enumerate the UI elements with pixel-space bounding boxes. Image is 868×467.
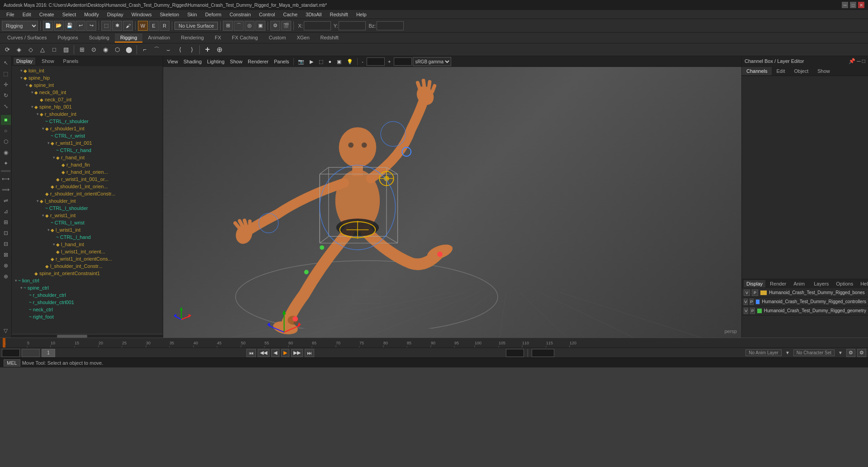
anim-layers-tab[interactable]: Anim xyxy=(791,280,807,287)
tab-rigging[interactable]: Rigging xyxy=(115,33,142,43)
tree-item-25[interactable]: ◆l_wrist1_int_orient... xyxy=(12,248,163,255)
tree-item-4[interactable]: ◆neck_07_int xyxy=(12,96,163,103)
sidebar-tool-14[interactable]: ⊞ xyxy=(1,217,11,227)
vp-view-menu[interactable]: View xyxy=(165,57,180,66)
extra-tool[interactable]: ⊕ xyxy=(214,45,225,55)
tree-item-31[interactable]: ~r_shoulder_ctrl xyxy=(12,291,163,299)
poly-display-button[interactable]: ⬡ xyxy=(112,45,123,55)
curve-tool-5[interactable]: ⟩ xyxy=(186,45,197,55)
show-tab[interactable]: Show xyxy=(39,57,57,65)
tree-item-18[interactable]: ▾◆l_shoulder_int xyxy=(12,197,163,205)
menu-deform[interactable]: Deform xyxy=(202,11,225,18)
tree-item-30[interactable]: ▾~spine_ctrl xyxy=(12,284,163,291)
vp-exposure-plus[interactable]: + xyxy=(386,57,393,66)
tree-item-27[interactable]: ◆l_shoulder_int_Constr... xyxy=(12,262,163,270)
no-live-surface-button[interactable]: No Live Surface xyxy=(175,22,218,30)
tree-item-3[interactable]: ▾◆neck_08_int xyxy=(12,89,163,96)
menu-help[interactable]: Help xyxy=(353,11,370,18)
sidebar-arrow-tool[interactable]: ↖ xyxy=(1,58,11,68)
sidebar-tool-bottom[interactable]: ▽ xyxy=(1,326,11,336)
sidebar-tool-12[interactable]: ⇌ xyxy=(1,195,11,205)
viewport-canvas[interactable]: persp xyxy=(163,67,741,338)
tree-item-5[interactable]: ▾◆spine_hlp_001 xyxy=(12,103,163,110)
lasso-tool-button[interactable]: ✱ xyxy=(112,21,122,31)
tab-fx[interactable]: FX xyxy=(209,33,226,43)
sidebar-tool-5[interactable]: ■ xyxy=(1,115,11,125)
vp-renderer-menu[interactable]: Renderer xyxy=(245,57,271,66)
vertex-select-button[interactable]: ◇ xyxy=(25,45,36,55)
menu-file[interactable]: File xyxy=(3,11,18,18)
start-frame-input[interactable]: 1 xyxy=(2,349,20,357)
snap-surface-button[interactable]: ▣ xyxy=(255,21,265,31)
tree-item-14[interactable]: ◆r_hand_int_orien... xyxy=(12,168,163,176)
tree-item-20[interactable]: ▾◆r_wrist1_int xyxy=(12,212,163,219)
layer-name-geometry[interactable]: Humanoid_Crash_Test_Dummy_Rigged_geometr… xyxy=(764,308,866,313)
menu-constrain[interactable]: Constrain xyxy=(226,11,255,18)
vp-show-menu[interactable]: Show xyxy=(228,57,245,66)
tab-sculpting[interactable]: Sculpting xyxy=(84,33,115,43)
tree-item-16[interactable]: ◆r_shoulder1_int_orien... xyxy=(12,183,163,190)
maximize-button[interactable]: □ xyxy=(850,2,856,8)
current-frame-input[interactable]: 1 xyxy=(22,349,40,357)
range-end-input[interactable] xyxy=(532,349,554,357)
sidebar-tool-16[interactable]: ⊟ xyxy=(1,239,11,249)
layer-v-geometry[interactable]: V xyxy=(744,308,748,314)
rotate-tool-button[interactable]: E xyxy=(149,21,159,31)
vp-shading-menu[interactable]: Shading xyxy=(181,57,204,66)
tab-xgen[interactable]: XGen xyxy=(291,33,315,43)
panels-tab[interactable]: Panels xyxy=(61,57,81,65)
layers-option-tab[interactable]: Layers xyxy=(811,280,831,287)
y-coord-input[interactable] xyxy=(339,21,366,30)
tree-item-7[interactable]: ~CTRL_r_shoulder xyxy=(12,118,163,125)
edit-tab[interactable]: Edit xyxy=(772,67,789,75)
channel-box-pin-button[interactable]: 📌 xyxy=(849,58,855,64)
tree-item-32[interactable]: ~r_shoulder_ctrl001 xyxy=(12,299,163,306)
open-button[interactable]: 📂 xyxy=(54,21,64,31)
layer-name-controllers[interactable]: Humanoid_Crash_Test_Dummy_Rigged_control… xyxy=(762,299,866,304)
play-forward-button[interactable]: ▶ xyxy=(281,349,289,357)
vp-icon-wireframe[interactable]: ⬚ xyxy=(316,57,326,66)
vp-exposure-value[interactable]: 0.00 xyxy=(367,57,385,66)
tree-item-26[interactable]: ◆r_wrist1_int_orientCons... xyxy=(12,255,163,262)
vp-gamma-value[interactable]: 1.00 xyxy=(394,57,412,66)
tree-item-34[interactable]: ~right_foot xyxy=(12,313,163,320)
tab-rendering[interactable]: Rendering xyxy=(175,33,209,43)
menu-select[interactable]: Select xyxy=(59,11,80,18)
render-layers-tab[interactable]: Render xyxy=(767,280,789,287)
sidebar-tool-7[interactable]: ⬡ xyxy=(1,137,11,147)
tree-item-11[interactable]: ~CTRL_r_hand xyxy=(12,147,163,154)
menu-display[interactable]: Display xyxy=(104,11,127,18)
select-by-component-button[interactable]: ◈ xyxy=(14,45,24,55)
curve-tool-1[interactable]: ⌐ xyxy=(139,45,150,55)
tree-item-28[interactable]: ◆spine_int_orientConstraint1 xyxy=(12,270,163,277)
new-scene-button[interactable]: 📄 xyxy=(43,21,53,31)
sidebar-tool-17[interactable]: ⊠ xyxy=(1,250,11,260)
go-to-start-button[interactable]: ⏮ xyxy=(246,349,256,357)
tab-polygons[interactable]: Polygons xyxy=(52,33,83,43)
tree-item-6[interactable]: ▾◆r_shoulder_int xyxy=(12,110,163,118)
tab-redshift[interactable]: Redshift xyxy=(315,33,344,43)
tree-item-10[interactable]: ▾◆r_wrist1_int_001 xyxy=(12,139,163,147)
select-by-hierarchy-button[interactable]: ⟳ xyxy=(2,45,13,55)
tree-item-1[interactable]: ▾◆spine_hip xyxy=(12,74,163,81)
vp-icon-smooth[interactable]: ● xyxy=(326,57,334,66)
layer-p-geometry[interactable]: P xyxy=(750,308,755,314)
menu-redshift[interactable]: Redshift xyxy=(326,11,352,18)
curve-tool-4[interactable]: ⟨ xyxy=(175,45,185,55)
layer-v-controllers[interactable]: V xyxy=(744,299,748,305)
go-to-end-button[interactable]: ⏭ xyxy=(305,349,314,357)
play-back-button[interactable]: ◀ xyxy=(271,349,279,357)
channel-box-minimize-button[interactable]: ─ xyxy=(857,58,861,64)
tab-curves-surfaces[interactable]: Curves / Surfaces xyxy=(2,33,52,43)
move-tool-button[interactable]: W xyxy=(138,21,148,31)
menu-edit[interactable]: Edit xyxy=(19,11,35,18)
channels-tab[interactable]: Channels xyxy=(742,67,772,75)
tree-item-15[interactable]: ◆r_wrist1_int_001_or... xyxy=(12,176,163,183)
tree-item-9[interactable]: ~CTRL_r_wrist xyxy=(12,132,163,139)
tree-scrollbar-h[interactable] xyxy=(12,334,163,338)
sidebar-tool-13[interactable]: ⊿ xyxy=(1,206,11,216)
tree-item-12[interactable]: ▾◆r_hand_int xyxy=(12,154,163,161)
help-option-tab[interactable]: Help xyxy=(858,280,868,287)
object-tab[interactable]: Object xyxy=(789,67,813,75)
layer-name-bones[interactable]: Humanoid_Crash_Test_Dummy_Rigged_bones xyxy=(769,290,866,295)
